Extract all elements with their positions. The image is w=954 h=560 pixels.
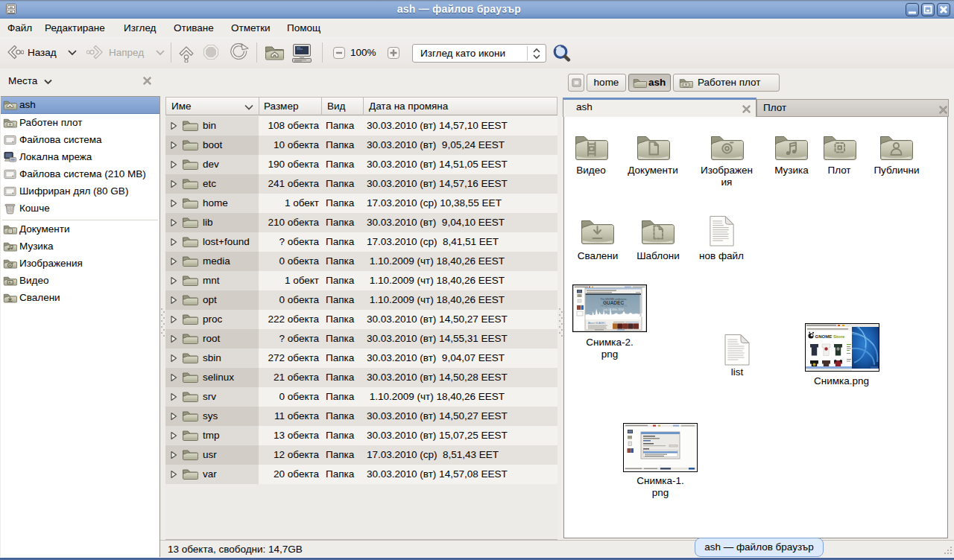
svg-text:GUADEC: GUADEC <box>603 300 624 305</box>
svg-text:Store: Store <box>833 334 845 339</box>
svg-text:About GUADEC: About GUADEC <box>588 322 606 325</box>
svg-text:GNOME: GNOME <box>815 334 833 339</box>
svg-text:THE HAGUE, NETHERLANDS: THE HAGUE, NETHERLANDS <box>600 305 627 308</box>
svg-text:July 24-30th, 2010: July 24-30th, 2010 <box>603 308 624 311</box>
